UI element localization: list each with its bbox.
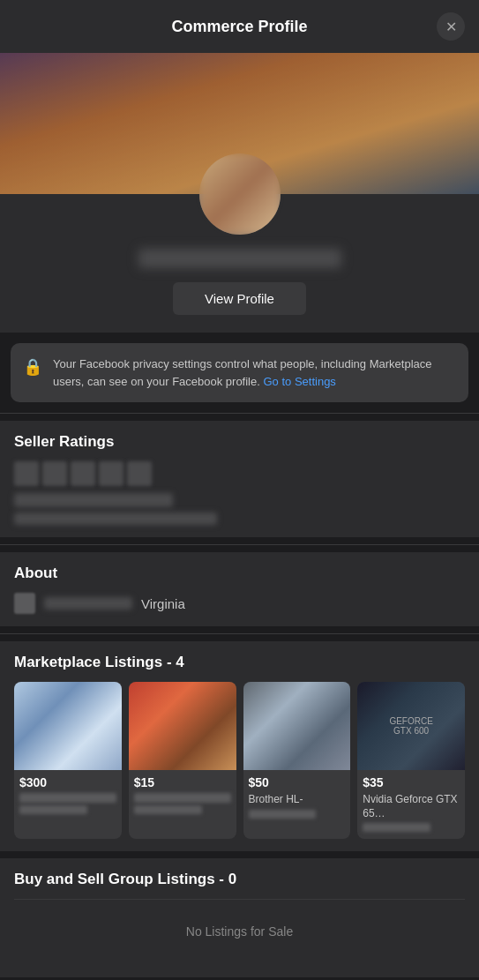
listing-price-3: $50 xyxy=(249,775,346,789)
rating-count-bar xyxy=(14,493,173,507)
gpu-label: GEFORCEGTX 600 xyxy=(389,716,432,736)
star-2 xyxy=(42,461,67,486)
location-text: Virginia xyxy=(141,596,185,611)
seller-ratings-section: Seller Ratings xyxy=(0,421,479,537)
page-title: Commerce Profile xyxy=(171,18,307,36)
marketplace-listings-section: Marketplace Listings - 4 $300 $15 $50 xyxy=(0,641,479,851)
listing-card-2[interactable]: $15 xyxy=(129,682,236,839)
view-profile-button[interactable]: View Profile xyxy=(173,282,306,315)
buy-sell-title: Buy and Sell Group Listings - 0 xyxy=(14,871,465,888)
listing-image-4: GEFORCEGTX 600 xyxy=(357,682,465,770)
star-3 xyxy=(71,461,95,486)
about-title: About xyxy=(14,565,465,582)
lock-icon: 🔒 xyxy=(23,357,42,377)
listing-name-bar-3 xyxy=(249,810,317,819)
listing-info-4: $35 Nvidia Geforce GTX 65… xyxy=(357,770,465,839)
about-section: About Virginia xyxy=(0,552,479,626)
location-icon xyxy=(14,593,35,614)
avatar xyxy=(196,150,284,238)
privacy-notice: 🔒 Your Facebook privacy settings control… xyxy=(11,343,468,402)
divider-4 xyxy=(14,899,465,900)
marketplace-listings-title: Marketplace Listings - 4 xyxy=(14,654,465,671)
listing-name-bar-2a xyxy=(134,793,231,803)
listing-price-2: $15 xyxy=(134,775,231,789)
listing-info-3: $50 Brother HL- xyxy=(243,770,351,826)
divider-1 xyxy=(0,413,479,414)
listing-image-1 xyxy=(14,682,122,770)
profile-section: View Profile xyxy=(0,194,479,333)
star-4 xyxy=(99,461,123,486)
seller-ratings-title: Seller Ratings xyxy=(14,433,465,451)
avatar-image xyxy=(199,153,281,235)
about-location-row: Virginia xyxy=(14,593,465,614)
listing-image-2 xyxy=(129,682,236,770)
privacy-text: Your Facebook privacy settings control w… xyxy=(53,355,456,390)
listing-card-3[interactable]: $50 Brother HL- xyxy=(243,682,351,839)
close-button[interactable]: ✕ xyxy=(437,12,465,41)
rating-detail-bar xyxy=(14,512,217,525)
listing-card-1[interactable]: $300 xyxy=(14,682,122,839)
divider-2 xyxy=(0,544,479,545)
header: Commerce Profile ✕ xyxy=(0,0,479,53)
about-name-bar xyxy=(44,597,132,610)
no-listings-text: No Listings for Sale xyxy=(14,907,465,965)
star-5 xyxy=(127,461,152,486)
listing-name-bar-2b xyxy=(134,805,202,814)
listing-price-4: $35 xyxy=(363,775,460,789)
listing-name-bar-1b xyxy=(19,805,87,814)
close-icon: ✕ xyxy=(445,19,457,35)
listings-grid: $300 $15 $50 Brother HL- xyxy=(14,682,465,839)
username-bar xyxy=(138,249,341,268)
listing-info-2: $15 xyxy=(129,770,236,821)
star-1 xyxy=(14,461,39,486)
listing-card-4[interactable]: GEFORCEGTX 600 $35 Nvidia Geforce GTX 65… xyxy=(357,682,465,839)
listing-name-text-3: Brother HL- xyxy=(249,793,346,807)
section-gap xyxy=(0,851,479,858)
listing-name-text-4: Nvidia Geforce GTX 65… xyxy=(363,793,460,820)
listing-name-bar-4 xyxy=(363,823,430,832)
go-to-settings-link[interactable]: Go to Settings xyxy=(263,375,335,388)
listing-info-1: $300 xyxy=(14,770,122,821)
listing-image-3 xyxy=(243,682,351,770)
listing-price-1: $300 xyxy=(19,775,116,789)
rating-stars xyxy=(14,461,465,486)
listing-name-bar-1a xyxy=(19,793,116,803)
divider-3 xyxy=(0,633,479,634)
buy-sell-section: Buy and Sell Group Listings - 0 No Listi… xyxy=(0,858,479,977)
